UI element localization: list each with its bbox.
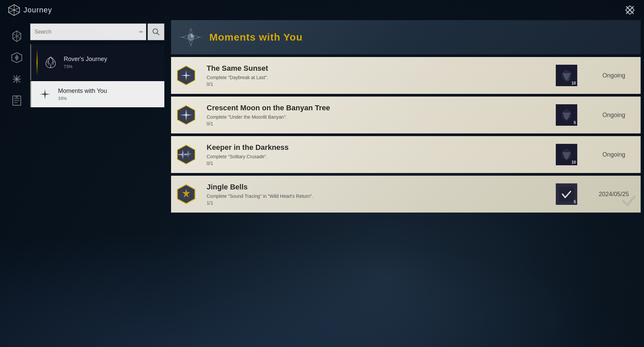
task-status-area-1: Ongoing — [587, 97, 641, 133]
app-title: Journey — [8, 4, 52, 16]
task-card-keeper-darkness[interactable]: Keeper in the Darkness Complete "Solitar… — [171, 136, 641, 173]
edit-icon: ✏ — [139, 29, 143, 35]
sidebar-icons — [3, 20, 30, 344]
task-hex-icon-0 — [175, 65, 197, 86]
svg-rect-83 — [559, 187, 574, 201]
sidebar-item-nav2[interactable] — [7, 48, 26, 67]
nav2-icon — [11, 52, 23, 64]
completed-watermark-icon — [621, 192, 637, 209]
main-layout: ✏ — [0, 20, 644, 347]
task-hex-icon-2 — [175, 144, 197, 165]
top-bar: Journey — [0, 0, 644, 20]
reward-count-1: 5 — [574, 120, 576, 125]
svg-point-19 — [15, 78, 18, 80]
task-reward-area-0: 10 — [551, 57, 582, 94]
left-panel: ✏ — [30, 20, 164, 344]
task-progress-1: 0/1 — [207, 121, 546, 126]
task-progress-3: 1/1 — [207, 200, 546, 206]
sidebar-item-nav1[interactable] — [7, 27, 26, 46]
svg-marker-36 — [188, 28, 194, 46]
reward-check-icon-3 — [559, 187, 574, 201]
search-bar: ✏ — [30, 23, 164, 40]
rovers-journey-progress: 73% — [64, 64, 159, 69]
task-description-3: Complete "Sound Tracing" in "Wild Heart'… — [207, 193, 546, 199]
task-reward-area-3: 5 — [551, 176, 582, 213]
moments-with-you-text: Moments with You 33% — [58, 88, 159, 101]
search-icon — [152, 28, 160, 36]
task-progress-2: 0/1 — [207, 161, 546, 166]
task-reward-area-2: 10 — [551, 136, 582, 173]
nav1-icon — [11, 30, 23, 42]
journey-item-rovers-journey[interactable]: Rover's Journey 73% — [30, 44, 164, 80]
feather-icon — [44, 56, 57, 69]
task-card-jingle-bells[interactable]: Jingle Bells Complete "Sound Tracing" in… — [171, 176, 641, 213]
reward-icon-3: 5 — [556, 183, 577, 205]
svg-marker-38 — [187, 33, 195, 42]
task-status-2: Ongoing — [602, 151, 625, 158]
section-header-icon — [179, 25, 203, 49]
task-icon-area-1 — [171, 97, 201, 133]
task-description-0: Complete "Daybreak at Last". — [207, 75, 546, 80]
task-hex-icon-3 — [175, 183, 197, 205]
search-button[interactable] — [148, 23, 164, 40]
reward-count-0: 10 — [572, 81, 576, 85]
task-name-3: Jingle Bells — [207, 183, 546, 191]
task-card-crescent-moon[interactable]: Crescent Moon on the Banyan Tree Complet… — [171, 97, 641, 133]
sidebar-item-nav3[interactable] — [7, 70, 26, 89]
app-container: Journey — [0, 0, 644, 347]
tasks-list: The Same Sunset Complete "Daybreak at La… — [171, 57, 641, 344]
section-header-title: Moments with You — [209, 32, 303, 43]
svg-marker-37 — [182, 34, 200, 40]
nav4-icon — [11, 95, 23, 107]
task-icon-area-2 — [171, 136, 201, 173]
svg-point-63 — [185, 114, 187, 116]
task-name-1: Crescent Moon on the Banyan Tree — [207, 104, 546, 112]
moments-with-you-name: Moments with You — [58, 88, 159, 95]
app-title-text: Journey — [23, 6, 52, 14]
moments-with-you-icon — [37, 86, 53, 103]
reward-icon-0: 10 — [556, 65, 577, 86]
nav3-icon — [11, 73, 23, 85]
rovers-journey-icon — [42, 54, 59, 71]
task-description-1: Complete "Under the Moonlit Banyan". — [207, 114, 546, 120]
task-status-area-2: Ongoing — [587, 136, 641, 173]
close-button[interactable] — [624, 4, 636, 16]
task-hex-icon-1 — [175, 104, 197, 126]
progress-bar-rovers — [37, 49, 38, 76]
task-progress-0: 0/1 — [207, 81, 546, 87]
reward-icon-2: 10 — [556, 144, 577, 165]
sparkle-icon — [38, 88, 52, 101]
task-name-2: Keeper in the Darkness — [207, 143, 546, 152]
task-name-0: The Same Sunset — [207, 64, 546, 73]
reward-crystal-icon-1 — [559, 108, 574, 122]
task-status-area-3: 2024/05/25 — [587, 176, 641, 213]
reward-icon-1: 5 — [556, 104, 577, 126]
task-reward-area-1: 5 — [551, 97, 582, 133]
section-header: Moments with You — [171, 20, 641, 54]
close-icon — [625, 5, 635, 15]
app-logo-icon — [8, 4, 20, 16]
section-sparkle-icon — [179, 24, 203, 51]
right-panel: Moments with You — [164, 20, 641, 344]
task-icon-area-3 — [171, 176, 201, 213]
task-icon-area-0 — [171, 57, 201, 94]
task-card-same-sunset[interactable]: The Same Sunset Complete "Daybreak at La… — [171, 57, 641, 94]
task-info-3: Jingle Bells Complete "Sound Tracing" in… — [207, 178, 546, 210]
task-status-0: Ongoing — [602, 72, 625, 79]
svg-marker-39 — [191, 33, 195, 37]
reward-count-3: 5 — [574, 199, 576, 204]
task-info-0: The Same Sunset Complete "Daybreak at La… — [207, 59, 546, 92]
task-description-2: Complete "Solitary Crusade". — [207, 154, 546, 159]
sidebar-item-nav4[interactable] — [7, 91, 26, 110]
rovers-journey-name: Rover's Journey — [64, 56, 159, 63]
rovers-journey-text: Rover's Journey 73% — [64, 56, 159, 69]
search-input-wrapper: ✏ — [30, 23, 146, 40]
task-info-1: Crescent Moon on the Banyan Tree Complet… — [207, 99, 546, 131]
task-status-1: Ongoing — [602, 112, 625, 119]
search-input[interactable] — [31, 25, 146, 38]
journey-item-moments-with-you[interactable]: Moments with You 33% — [30, 81, 164, 107]
moments-with-you-progress: 33% — [58, 96, 159, 101]
task-status-area-0: Ongoing — [587, 57, 641, 94]
journey-list: Rover's Journey 73% — [30, 44, 164, 108]
reward-count-2: 10 — [572, 160, 576, 165]
